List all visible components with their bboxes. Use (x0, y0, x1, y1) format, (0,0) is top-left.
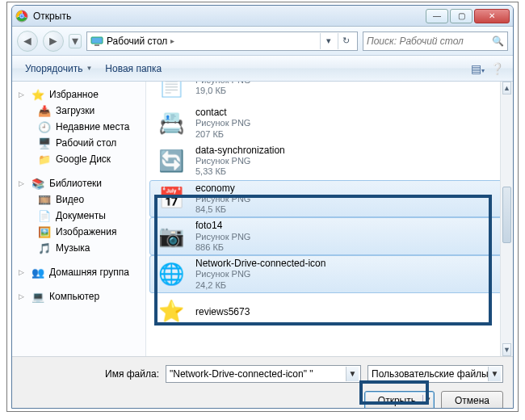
gdrive-icon: 📁 (38, 153, 51, 166)
open-button[interactable]: Открыть (364, 391, 435, 409)
desktop-icon (90, 35, 103, 48)
star-icon: ⭐ (32, 88, 44, 101)
file-name: reviews5673 (195, 306, 250, 317)
close-button[interactable]: ✕ (474, 9, 510, 23)
file-type: Рисунок PNG (195, 232, 250, 242)
chevron-down-icon[interactable]: ▼ (488, 367, 501, 381)
sidebar-favorites[interactable]: ▷⭐Избранное (12, 86, 145, 103)
documents-icon: 📄 (38, 209, 51, 222)
file-type: Рисунок PNG (195, 118, 250, 128)
chevron-down-icon: ▼ (86, 65, 92, 72)
address-dropdown[interactable]: ▾ (320, 33, 336, 49)
file-size: 5,33 КБ (195, 166, 285, 177)
navbar: ◄ ► ▾ Рабочий стол ▸ ▾ ↻ 🔍 (12, 27, 513, 56)
file-list[interactable]: 📄Рисунок PNG19,0 КБ📇contactРисунок PNG20… (146, 82, 513, 356)
file-row[interactable]: 📄Рисунок PNG19,0 КБ (149, 82, 505, 104)
organize-button[interactable]: Упорядочить▼ (19, 60, 99, 78)
file-thumb-icon: 📄 (155, 82, 187, 102)
sidebar-item-video[interactable]: 🎞️Видео (12, 191, 145, 208)
chrome-icon (15, 10, 28, 23)
cancel-button[interactable]: Отмена (441, 391, 503, 409)
downloads-icon: 📥 (38, 104, 51, 117)
chevron-right-icon[interactable]: ▸ (170, 36, 174, 45)
new-folder-button[interactable]: Новая папка (99, 60, 168, 78)
file-type: Рисунок PNG (195, 194, 250, 204)
computer-icon: 💻 (32, 290, 44, 303)
minimize-button[interactable]: — (426, 9, 448, 23)
file-size: 24,2 КБ (195, 280, 326, 291)
scrollbar[interactable]: ▲ ▼ (500, 82, 513, 356)
file-name: data-synchronization (195, 145, 285, 156)
filter-value: Пользовательские файлы (372, 368, 489, 380)
help-button[interactable]: ❔ (487, 62, 506, 75)
file-thumb-icon: 📷 (155, 220, 187, 253)
address-bar[interactable]: Рабочий стол ▸ ▾ ↻ (86, 32, 358, 51)
toolbar: Упорядочить▼ Новая папка ▤▾ ❔ (12, 56, 513, 82)
file-thumb-icon: 🌐 (155, 258, 187, 290)
file-type: Рисунок PNG (195, 269, 326, 279)
scroll-down-icon[interactable]: ▼ (502, 343, 511, 356)
file-name: economy (195, 183, 250, 194)
file-row[interactable]: ⭐reviews5673 (149, 293, 505, 330)
file-thumb-icon: 📅 (155, 183, 187, 215)
file-name: foto14 (195, 220, 250, 231)
file-thumb-icon: ⭐ (155, 296, 187, 328)
svg-rect-6 (94, 44, 99, 46)
file-name: Network-Drive-connected-icon (195, 258, 326, 269)
svg-rect-5 (91, 37, 103, 44)
file-size: 19,0 КБ (195, 86, 250, 96)
homegroup-icon: 👥 (32, 266, 44, 279)
open-dialog: Открыть — ▢ ✕ ◄ ► ▾ Рабочий стол ▸ ▾ ↻ 🔍… (11, 5, 514, 409)
sidebar-item-pictures[interactable]: 🖼️Изображения (12, 224, 145, 240)
file-row[interactable]: 📷foto14Рисунок PNG886 КБ (149, 217, 505, 255)
back-button[interactable]: ◄ (17, 31, 38, 52)
file-thumb-icon: 🔄 (155, 145, 187, 177)
search-icon: 🔍 (492, 36, 504, 47)
search-input[interactable] (367, 36, 490, 47)
file-name: contact (195, 107, 250, 118)
view-button[interactable]: ▤▾ (468, 62, 487, 75)
sidebar-item-gdrive[interactable]: 📁Google Диск (12, 151, 145, 167)
window-title: Открыть (33, 10, 426, 22)
file-size: 886 КБ (195, 242, 250, 253)
file-type: Рисунок PNG (195, 156, 285, 166)
svg-point-4 (20, 15, 23, 18)
titlebar: Открыть — ▢ ✕ (12, 6, 513, 27)
sidebar-item-downloads[interactable]: 📥Загрузки (12, 103, 145, 119)
footer: Имя файла: "Network-Drive-connected-icon… (12, 356, 513, 409)
sidebar-item-recent[interactable]: 🕘Недавние места (12, 119, 145, 135)
sidebar-libraries[interactable]: ▷📚Библиотеки (12, 175, 145, 191)
sidebar-computer[interactable]: ▷💻Компьютер (12, 288, 145, 304)
sidebar-homegroup[interactable]: ▷👥Домашняя группа (12, 264, 145, 280)
music-icon: 🎵 (38, 242, 51, 254)
recent-icon: 🕘 (38, 120, 51, 133)
search-box[interactable]: 🔍 (363, 32, 508, 51)
maximize-button[interactable]: ▢ (450, 9, 472, 23)
refresh-button[interactable]: ↻ (338, 33, 354, 49)
scroll-thumb[interactable] (502, 187, 511, 243)
desktop-icon: 🖥️ (38, 136, 51, 149)
address-segment: Рабочий стол (107, 36, 167, 47)
sidebar-item-desktop[interactable]: 🖥️Рабочий стол (12, 135, 145, 151)
sidebar: ▷⭐Избранное 📥Загрузки 🕘Недавние места 🖥️… (12, 82, 146, 356)
file-row[interactable]: 📅economyРисунок PNG84,5 КБ (149, 180, 505, 218)
pictures-icon: 🖼️ (38, 225, 51, 238)
filename-value: "Network-Drive-connected-icon" " (170, 368, 313, 380)
scroll-up-icon[interactable]: ▲ (502, 82, 511, 94)
filter-combo[interactable]: Пользовательские файлы ▼ (368, 365, 503, 383)
filename-combo[interactable]: "Network-Drive-connected-icon" " ▼ (166, 365, 361, 383)
filename-label: Имя файла: (22, 368, 159, 380)
file-row[interactable]: 📇contactРисунок PNG207 КБ (149, 104, 505, 142)
sidebar-item-documents[interactable]: 📄Документы (12, 208, 145, 224)
sidebar-item-music[interactable]: 🎵Музыка (12, 240, 145, 256)
forward-button[interactable]: ► (43, 31, 64, 52)
libraries-icon: 📚 (32, 177, 44, 190)
file-thumb-icon: 📇 (155, 107, 187, 139)
file-size: 84,5 КБ (195, 204, 250, 215)
file-size: 207 КБ (195, 129, 250, 140)
chevron-down-icon[interactable]: ▼ (346, 367, 359, 381)
recent-button[interactable]: ▾ (69, 34, 82, 48)
file-row[interactable]: 🔄data-synchronizationРисунок PNG5,33 КБ (149, 142, 505, 180)
file-row[interactable]: 🌐Network-Drive-connected-iconРисунок PNG… (149, 255, 505, 293)
video-icon: 🎞️ (38, 193, 51, 206)
